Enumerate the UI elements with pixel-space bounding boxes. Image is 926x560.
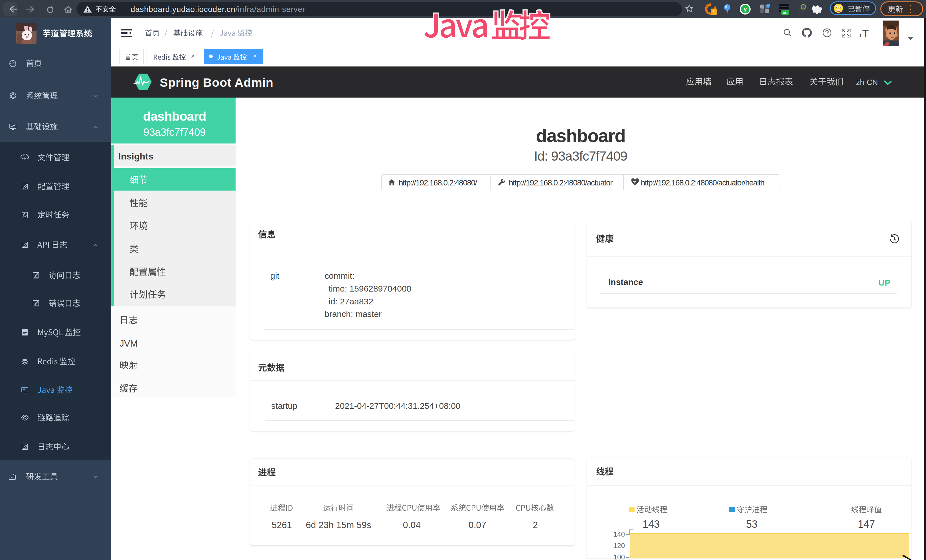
svg-text:y: y bbox=[743, 6, 747, 12]
svg-text:1: 1 bbox=[713, 9, 715, 14]
svg-text:on: on bbox=[783, 10, 787, 15]
